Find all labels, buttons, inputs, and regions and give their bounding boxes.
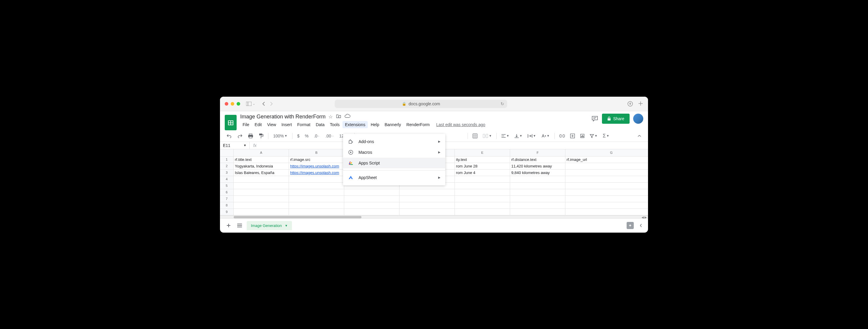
cell-f5[interactable]: [510, 183, 565, 189]
row-header-5[interactable]: 5: [220, 183, 234, 189]
cell-b2[interactable]: https://images.unsplash.com: [289, 163, 344, 170]
cell-e3[interactable]: rom June 4: [455, 170, 510, 176]
cell-f9[interactable]: [510, 209, 565, 215]
cell-e9[interactable]: [455, 209, 510, 215]
merge-cells-button[interactable]: ▼: [481, 133, 493, 139]
cell-b4[interactable]: [289, 176, 344, 183]
cell-g7[interactable]: [565, 196, 648, 202]
cloud-status-icon[interactable]: [344, 114, 350, 120]
cell-g5[interactable]: [565, 183, 648, 189]
cell-a7[interactable]: [234, 196, 289, 202]
insert-chart-button[interactable]: [579, 133, 586, 139]
cell-b5[interactable]: [289, 183, 344, 189]
redo-button[interactable]: [236, 133, 244, 139]
cell-a4[interactable]: [234, 176, 289, 183]
cell-b1[interactable]: rf.image.src: [289, 156, 344, 163]
cell-d7[interactable]: [400, 196, 455, 202]
url-bar[interactable]: 🔒 docs.google.com ↻: [335, 100, 507, 108]
borders-button[interactable]: [471, 132, 479, 140]
scroll-right-icon[interactable]: ▶: [645, 216, 647, 219]
col-header-a[interactable]: A: [234, 149, 289, 156]
cell-b3[interactable]: https://images.unsplash.com: [289, 170, 344, 176]
cell-a8[interactable]: [234, 202, 289, 209]
zoom-dropdown[interactable]: 100%▼: [271, 132, 289, 140]
sheet-tab[interactable]: Image Generation ▼: [247, 221, 292, 230]
cell-f2[interactable]: 11,420 kilometres away: [510, 163, 565, 170]
formula-input[interactable]: [260, 142, 648, 149]
share-button[interactable]: Share: [602, 114, 629, 124]
insert-link-button[interactable]: [558, 133, 566, 139]
back-button[interactable]: [262, 101, 265, 106]
cell-a2[interactable]: Yogyakarta, Indonesia: [234, 163, 289, 170]
appsheet-menu-item[interactable]: AppSheet ▶: [343, 172, 445, 183]
cell-b9[interactable]: [289, 209, 344, 215]
undo-button[interactable]: [225, 133, 234, 139]
forward-button[interactable]: [270, 101, 273, 106]
menu-renderform[interactable]: RenderForm: [404, 121, 432, 128]
explore-button[interactable]: ✦: [627, 222, 634, 229]
cell-b6[interactable]: [289, 189, 344, 196]
chevron-down-icon[interactable]: ▼: [285, 224, 288, 227]
cell-a3[interactable]: Islas Baleares, España: [234, 170, 289, 176]
user-avatar[interactable]: [633, 114, 643, 124]
close-window-button[interactable]: [225, 102, 228, 106]
cell-g3[interactable]: [565, 170, 648, 176]
cell-f6[interactable]: [510, 189, 565, 196]
row-header-7[interactable]: 7: [220, 196, 234, 202]
addons-menu-item[interactable]: Add-ons ▶: [343, 136, 445, 147]
row-header-8[interactable]: 8: [220, 202, 234, 209]
cell-f4[interactable]: [510, 176, 565, 183]
maximize-window-button[interactable]: [237, 102, 240, 106]
side-panel-toggle[interactable]: [639, 222, 643, 229]
cell-c9[interactable]: [344, 209, 400, 215]
menu-insert[interactable]: Insert: [279, 121, 294, 128]
cell-b8[interactable]: [289, 202, 344, 209]
row-header-9[interactable]: 9: [220, 209, 234, 215]
menu-tools[interactable]: Tools: [328, 121, 342, 128]
collapse-toolbar-button[interactable]: [636, 133, 643, 138]
reload-icon[interactable]: ↻: [501, 101, 504, 106]
cell-f1[interactable]: rf.distance.text: [510, 156, 565, 163]
apps-script-menu-item[interactable]: Apps Script: [343, 158, 445, 168]
text-wrap-button[interactable]: ▼: [526, 133, 538, 139]
cell-a6[interactable]: [234, 189, 289, 196]
cell-e6[interactable]: [455, 189, 510, 196]
menu-file[interactable]: File: [240, 121, 252, 128]
cell-g2[interactable]: [565, 163, 648, 170]
insert-comment-button[interactable]: [568, 132, 577, 140]
menu-view[interactable]: View: [265, 121, 279, 128]
format-currency-button[interactable]: $: [296, 132, 302, 140]
cell-g4[interactable]: [565, 176, 648, 183]
name-box[interactable]: E11 ▼: [220, 142, 250, 149]
menu-bannerly[interactable]: Bannerly: [382, 121, 403, 128]
increase-decimal-button[interactable]: .00→: [324, 132, 336, 140]
functions-button[interactable]: Σ▼: [601, 132, 611, 140]
cell-f3[interactable]: 9,840 kilometres away: [510, 170, 565, 176]
cell-g9[interactable]: [565, 209, 648, 215]
col-header-f[interactable]: F: [510, 149, 565, 156]
row-header-6[interactable]: 6: [220, 189, 234, 196]
cell-e4[interactable]: [455, 176, 510, 183]
filter-button[interactable]: ▼: [588, 133, 599, 139]
horizontal-align-button[interactable]: ▼: [500, 133, 511, 139]
comments-icon[interactable]: [591, 115, 598, 122]
star-icon[interactable]: ☆: [329, 114, 333, 120]
format-percent-button[interactable]: %: [303, 132, 310, 140]
cell-g1[interactable]: rf.image_url: [565, 156, 648, 163]
cell-d9[interactable]: [400, 209, 455, 215]
minimize-window-button[interactable]: [231, 102, 234, 106]
print-button[interactable]: [246, 132, 255, 140]
horizontal-scrollbar[interactable]: ◀▶: [220, 215, 648, 218]
cell-g6[interactable]: [565, 189, 648, 196]
cell-a5[interactable]: [234, 183, 289, 189]
add-sheet-button[interactable]: [225, 221, 232, 229]
cell-e1[interactable]: ity.text: [455, 156, 510, 163]
all-sheets-button[interactable]: [236, 222, 243, 229]
cell-d8[interactable]: [400, 202, 455, 209]
row-header-3[interactable]: 3: [220, 170, 234, 176]
menu-edit[interactable]: Edit: [252, 121, 264, 128]
sheets-logo-icon[interactable]: [225, 115, 237, 130]
macros-menu-item[interactable]: Macros ▶: [343, 147, 445, 158]
scroll-left-icon[interactable]: ◀: [642, 216, 644, 219]
cell-g8[interactable]: [565, 202, 648, 209]
